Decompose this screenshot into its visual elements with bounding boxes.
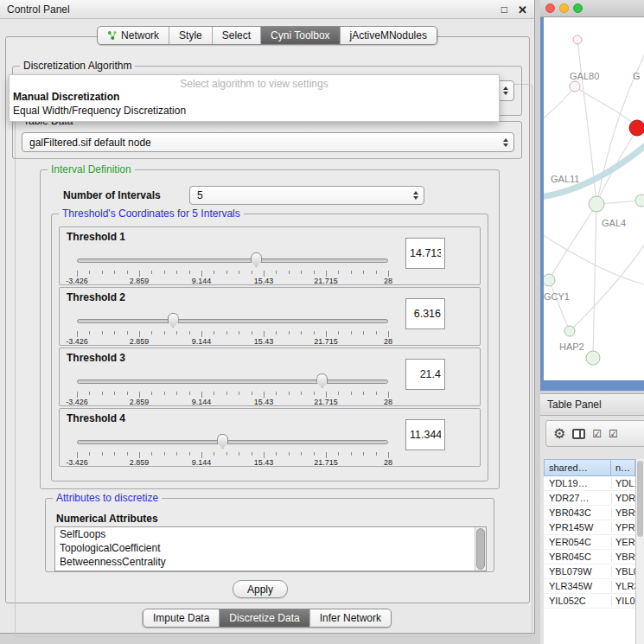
threshold-1-slider-thumb[interactable] <box>251 252 262 267</box>
tab-network-label: Network <box>121 29 159 41</box>
tick-label: -3.426 <box>66 337 88 346</box>
slider-track[interactable] <box>77 258 388 263</box>
network-edge[interactable] <box>570 240 644 331</box>
interval-definition-group: Interval Definition Number of Intervals … <box>40 169 500 489</box>
tab-discretize-data[interactable]: Discretize Data <box>219 609 309 627</box>
control-panel-tab-strip: NetworkStyleSelectCyni ToolboxjActiveMNo… <box>97 26 437 45</box>
slider-track[interactable] <box>77 440 388 444</box>
close-traffic-light-icon[interactable] <box>545 3 555 13</box>
threshold-4-value[interactable] <box>405 419 445 450</box>
tab-style[interactable]: Style <box>169 27 212 44</box>
tick-label: -3.426 <box>66 458 88 467</box>
number-of-intervals-combobox[interactable]: 5 <box>189 186 424 205</box>
threshold-4-slider-thumb[interactable] <box>217 434 228 449</box>
attribute-item[interactable]: BetweennessCentrality <box>55 555 475 569</box>
table-row[interactable]: YDR27…YDR2… <box>544 491 635 506</box>
network-edge[interactable] <box>593 204 596 358</box>
tab-impute-data-label: Impute Data <box>153 612 209 624</box>
dropdown-option-2[interactable]: Equal Width/Frequency Discretization <box>10 104 499 118</box>
table-cell: YBR045C <box>544 552 611 562</box>
apply-button[interactable]: Apply <box>233 580 288 598</box>
attribute-item[interactable]: TopologicalCoefficient <box>55 541 475 555</box>
threshold-2-value[interactable] <box>405 298 445 329</box>
threshold-2-slider[interactable] <box>77 312 388 329</box>
algorithm-dropdown-popup: Select algorithm to view settings Manual… <box>9 74 500 122</box>
network-node[interactable] <box>544 274 555 286</box>
threshold-2-label: Threshold 2 <box>67 291 125 303</box>
tick-label: -3.426 <box>66 398 88 406</box>
table-row[interactable]: YLR345WYLR3… <box>544 579 635 594</box>
threshold-2-slider-thumb[interactable] <box>168 313 179 328</box>
table-row[interactable]: YER054CYER0… <box>544 535 635 550</box>
network-edge[interactable] <box>549 280 570 331</box>
threshold-1-value[interactable] <box>405 238 445 269</box>
zoom-traffic-light-icon[interactable] <box>573 3 583 13</box>
scrollbar-thumb[interactable] <box>476 528 485 570</box>
network-edge[interactable] <box>549 204 596 280</box>
gear-icon[interactable]: ⚙ <box>553 425 565 442</box>
tick-label: 2.859 <box>130 337 150 346</box>
tick-label: 15.43 <box>254 398 274 406</box>
network-canvas[interactable]: GAL80GGAL11GAL4GCY1HAP2 <box>544 17 644 380</box>
tick-label: -3.426 <box>66 277 88 285</box>
tab-cyni-toolbox-label: Cyni Toolbox <box>271 29 329 41</box>
number-of-intervals-value: 5 <box>197 189 203 201</box>
network-edge[interactable] <box>544 233 644 285</box>
network-node[interactable] <box>564 326 575 336</box>
tab-select[interactable]: Select <box>212 27 260 44</box>
tick-label: 28 <box>384 398 392 406</box>
minimize-traffic-light-icon[interactable] <box>559 3 569 13</box>
table-vertical-scrollbar[interactable] <box>635 459 644 644</box>
tab-cyni-toolbox[interactable]: Cyni Toolbox <box>260 27 339 44</box>
threshold-3-value[interactable] <box>405 359 445 390</box>
slider-track[interactable] <box>77 379 388 384</box>
table-cell: YBR043C <box>544 507 611 518</box>
slider-track[interactable] <box>77 319 388 323</box>
table-row[interactable]: YPR145WYPR1… <box>544 520 635 535</box>
table-toolbar: ⚙ ☑ ☑ <box>545 420 644 447</box>
columns-icon[interactable] <box>572 429 585 439</box>
table-row[interactable]: YIL052CYIL0… <box>544 594 635 609</box>
table-data-combobox-value: galFiltered.sif default node <box>29 137 151 149</box>
tab-impute-data[interactable]: Impute Data <box>143 609 219 627</box>
tab-infer-network[interactable]: Infer Network <box>309 609 391 627</box>
dropdown-option-1[interactable]: Manual Discretization <box>10 90 499 104</box>
close-icon[interactable]: ✕ <box>518 3 527 16</box>
list-vertical-scrollbar[interactable] <box>475 527 486 571</box>
float-window-icon[interactable]: □ <box>501 3 507 16</box>
tab-jactivemnodules[interactable]: jActiveMNodules <box>340 27 437 44</box>
table-row[interactable]: YBL079WYBL0… <box>544 564 635 579</box>
network-node[interactable] <box>586 351 600 365</box>
table-header-row: shared… n… <box>544 459 635 476</box>
network-node[interactable] <box>570 81 580 92</box>
table-cell: YER054C <box>544 537 611 547</box>
threshold-3-slider-thumb[interactable] <box>316 373 328 388</box>
node-label: GAL11 <box>551 174 579 184</box>
select-visible-checkbox-icon[interactable]: ☑ <box>609 428 618 440</box>
threshold-4-slider[interactable] <box>77 433 388 450</box>
select-all-checkbox-icon[interactable]: ☑ <box>592 428 602 440</box>
scrollbar-thumb[interactable] <box>637 461 643 537</box>
network-edge[interactable] <box>544 86 575 121</box>
column-header-name[interactable]: n… <box>611 459 635 476</box>
threshold-1-slider[interactable] <box>77 252 388 269</box>
attribute-item[interactable]: SelfLoops <box>55 527 475 541</box>
table-data-combobox[interactable]: galFiltered.sif default node <box>22 132 514 152</box>
threshold-1-row: Threshold 1-3.4262.8599.14415.4321.71528 <box>59 226 481 285</box>
thresholds-group: Threshold's Coordinates for 5 Intervals … <box>51 214 488 481</box>
tick-label: 9.144 <box>192 337 212 346</box>
tab-select-label: Select <box>222 29 251 41</box>
threshold-3-slider[interactable] <box>77 373 388 390</box>
tab-network[interactable]: Network <box>98 27 169 44</box>
table-row[interactable]: YDL19…YDL1… <box>544 476 635 491</box>
network-graph: GAL80GGAL11GAL4GCY1HAP2 <box>544 17 644 380</box>
network-node[interactable] <box>589 196 604 212</box>
network-node[interactable] <box>629 120 644 136</box>
network-node[interactable] <box>635 194 644 207</box>
column-header-shared[interactable]: shared… <box>544 459 611 476</box>
table-row[interactable]: YBR043CYBR0… <box>544 506 635 520</box>
table-row[interactable]: YBR045CYBR0… <box>544 550 635 564</box>
network-edge[interactable] <box>544 145 644 197</box>
network-node[interactable] <box>573 35 582 44</box>
table-panel-titlebar: Table Panel <box>540 393 644 416</box>
